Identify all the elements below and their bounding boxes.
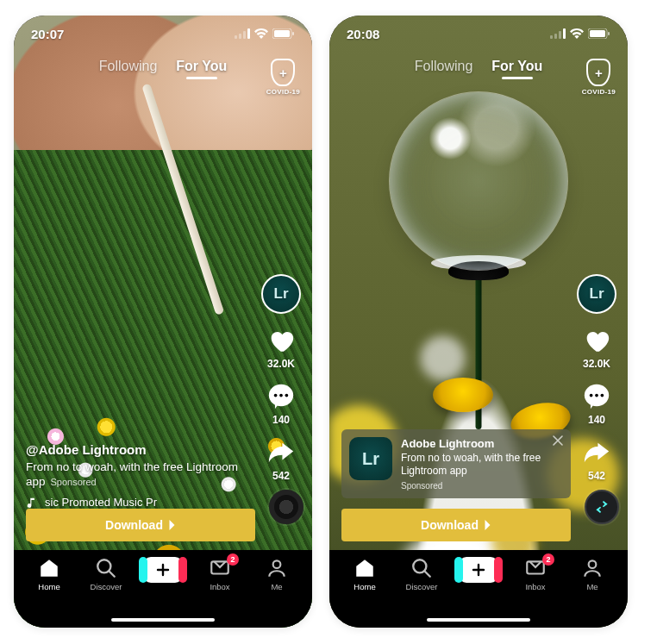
sound-disc[interactable]	[585, 490, 619, 524]
sound-disc[interactable]	[269, 490, 303, 524]
tab-for-you[interactable]: For You	[491, 59, 542, 74]
svg-line-27	[424, 571, 430, 577]
svg-rect-15	[550, 35, 553, 39]
right-action-rail: Lr 32.0K 140 542	[573, 274, 621, 482]
swap-arrows-icon	[593, 498, 610, 516]
comment-icon	[582, 382, 611, 411]
home-indicator	[111, 618, 215, 622]
shield-plus-icon	[271, 59, 295, 86]
tab-home[interactable]: Home	[23, 557, 75, 591]
share-count: 542	[588, 470, 605, 482]
svg-point-24	[595, 394, 598, 397]
tab-discover[interactable]: Discover	[80, 557, 132, 591]
tab-following[interactable]: Following	[415, 59, 473, 74]
close-icon[interactable]	[552, 435, 564, 447]
wifi-icon	[254, 28, 268, 39]
covid-badge[interactable]: COVID-19	[266, 59, 300, 96]
chevron-right-icon	[168, 520, 176, 530]
signal-icon	[550, 28, 566, 39]
share-button[interactable]: 542	[582, 438, 611, 482]
music-ticker[interactable]: sic Promoted Music Pr	[26, 496, 243, 509]
ad-sponsored-tag: Sponsored	[401, 481, 548, 491]
svg-rect-5	[274, 30, 290, 37]
covid-badge[interactable]: COVID-19	[582, 59, 616, 96]
tab-me[interactable]: Me	[566, 557, 618, 591]
search-icon	[95, 557, 117, 579]
svg-point-8	[274, 394, 278, 397]
profile-icon	[581, 557, 604, 579]
wifi-icon	[570, 28, 584, 39]
creator-avatar[interactable]: Lr	[577, 274, 616, 314]
comment-count: 140	[272, 414, 290, 426]
svg-line-12	[109, 571, 115, 577]
inbox-badge: 2	[227, 553, 239, 566]
tab-create[interactable]	[137, 557, 189, 583]
comment-icon	[266, 382, 296, 411]
tab-inbox[interactable]: 2 Inbox	[510, 557, 561, 591]
status-bar: 20:07	[14, 16, 312, 52]
battery-icon	[588, 28, 610, 39]
ad-desc: From no to woah, with the free Lightroom…	[401, 452, 548, 478]
signal-icon	[235, 28, 250, 39]
tab-following[interactable]: Following	[99, 59, 158, 74]
creator-handle[interactable]: @Adobe Lightroom	[26, 442, 243, 457]
ad-title: Adobe Lightroom	[401, 437, 548, 450]
comment-button[interactable]: 140	[266, 382, 296, 426]
shield-plus-icon	[586, 59, 610, 86]
status-icons	[235, 28, 295, 39]
inbox-badge: 2	[542, 553, 554, 566]
share-icon	[582, 438, 611, 467]
phone-screen-1: 20:07 Following For You COVID-19 Lr 32.0…	[14, 16, 312, 628]
svg-rect-17	[559, 31, 561, 39]
music-note-icon	[26, 497, 38, 509]
like-count: 32.0K	[583, 358, 610, 370]
like-button[interactable]: 32.0K	[582, 326, 611, 370]
share-button[interactable]: 542	[266, 438, 296, 482]
covid-label: COVID-19	[582, 88, 616, 96]
svg-rect-0	[235, 35, 237, 39]
status-time: 20:08	[347, 27, 379, 41]
svg-rect-2	[243, 31, 246, 39]
create-button[interactable]	[459, 557, 498, 583]
svg-rect-3	[247, 28, 250, 39]
phone-screen-2: 20:08 Following For You COVID-19 Lr 32.0…	[329, 16, 628, 628]
svg-rect-16	[554, 34, 557, 39]
tab-home[interactable]: Home	[339, 557, 391, 591]
cta-download-button[interactable]: Download	[26, 509, 255, 541]
svg-point-14	[273, 560, 281, 568]
tab-inbox[interactable]: 2 Inbox	[194, 557, 246, 591]
ad-card[interactable]: Lr Adobe Lightroom From no to woah, with…	[341, 429, 571, 498]
svg-point-9	[279, 394, 283, 397]
caption-block: @Adobe Lightroom From no to woah, with t…	[26, 442, 243, 490]
svg-rect-6	[292, 32, 294, 35]
music-text: sic Promoted Music Pr	[45, 496, 157, 509]
svg-rect-1	[239, 34, 241, 39]
heart-icon	[582, 326, 611, 355]
heart-icon	[266, 326, 296, 355]
battery-icon	[272, 28, 295, 39]
svg-rect-18	[563, 28, 566, 39]
bottom-tabbar: Home Discover 2 Inbox Me	[14, 550, 312, 628]
like-button[interactable]: 32.0K	[266, 326, 296, 370]
tab-for-you[interactable]: For You	[176, 59, 227, 74]
comment-button[interactable]: 140	[582, 382, 611, 426]
cta-download-button[interactable]: Download	[341, 509, 571, 541]
bottom-tabbar: Home Discover 2 Inbox Me	[329, 550, 628, 628]
profile-icon	[266, 557, 288, 579]
create-button[interactable]	[143, 557, 183, 583]
home-icon	[38, 557, 60, 579]
svg-point-25	[601, 394, 604, 397]
svg-point-29	[589, 560, 597, 568]
home-icon	[354, 557, 376, 579]
covid-label: COVID-19	[266, 88, 300, 96]
sponsored-tag: Sponsored	[51, 477, 97, 487]
tab-me[interactable]: Me	[251, 557, 303, 591]
tab-discover[interactable]: Discover	[396, 557, 447, 591]
creator-avatar[interactable]: Lr	[261, 274, 301, 314]
status-icons	[550, 28, 610, 39]
right-action-rail: Lr 32.0K 140 542	[257, 274, 305, 482]
home-indicator	[427, 618, 530, 622]
comment-count: 140	[588, 414, 605, 426]
share-count: 542	[272, 470, 290, 482]
tab-create[interactable]	[453, 557, 504, 583]
